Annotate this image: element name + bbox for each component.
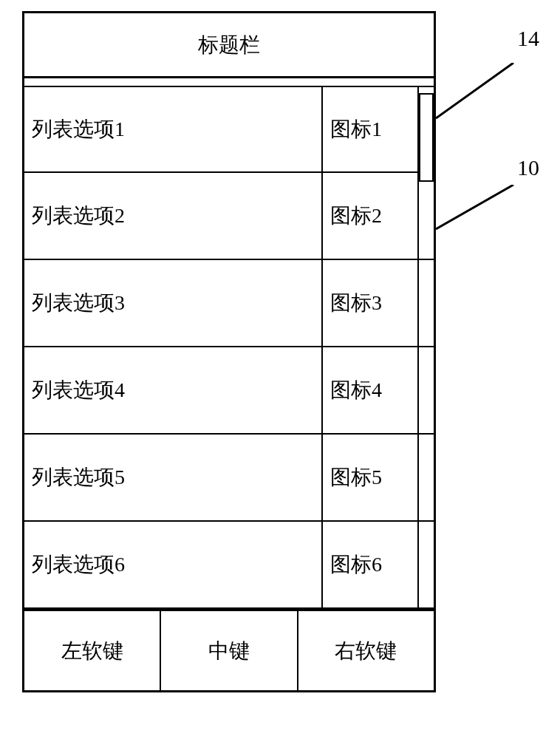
callout-label-10: 10 bbox=[517, 155, 539, 180]
list-item-icon: 图标5 bbox=[323, 435, 419, 520]
list-item[interactable]: 列表选项2 图标2 bbox=[24, 173, 434, 260]
list-area: 列表选项1 图标1 列表选项2 图标2 列表选项3 图标3 列表选项4 图标4 … bbox=[24, 86, 434, 609]
list-item[interactable]: 列表选项6 图标6 bbox=[24, 522, 434, 609]
list-item-label: 列表选项2 bbox=[24, 173, 323, 259]
list-item-label: 列表选项4 bbox=[24, 347, 323, 433]
list-item-icon: 图标1 bbox=[323, 87, 419, 171]
phone-ui-frame: 标题栏 列表选项1 图标1 列表选项2 图标2 列表选项3 图标3 列表选项4 … bbox=[22, 11, 436, 692]
title-bar: 标题栏 bbox=[24, 13, 434, 78]
callout-line-icon bbox=[436, 185, 525, 251]
callout-label-14: 14 bbox=[517, 26, 539, 51]
title-text: 标题栏 bbox=[198, 31, 260, 59]
list-item-icon: 图标6 bbox=[323, 522, 419, 607]
list-item-icon: 图标4 bbox=[323, 347, 419, 433]
center-softkey[interactable]: 中键 bbox=[161, 611, 298, 690]
center-softkey-label: 中键 bbox=[208, 637, 250, 665]
callout-line-icon bbox=[436, 63, 525, 129]
svg-line-1 bbox=[436, 185, 513, 229]
svg-line-0 bbox=[436, 63, 513, 118]
right-softkey-label: 右软键 bbox=[335, 637, 397, 665]
list-item[interactable]: 列表选项5 图标5 bbox=[24, 435, 434, 522]
list-item-icon: 图标3 bbox=[323, 260, 419, 346]
list-item-label: 列表选项5 bbox=[24, 435, 323, 520]
list-item-label: 列表选项3 bbox=[24, 260, 323, 346]
scrollbar-thumb[interactable] bbox=[419, 93, 434, 182]
list-item-icon: 图标2 bbox=[323, 173, 419, 259]
right-softkey[interactable]: 右软键 bbox=[298, 611, 434, 690]
list-item[interactable]: 列表选项1 图标1 bbox=[24, 86, 434, 173]
list-item-label: 列表选项6 bbox=[24, 522, 323, 607]
left-softkey-label: 左软键 bbox=[61, 637, 123, 665]
list-item[interactable]: 列表选项4 图标4 bbox=[24, 347, 434, 435]
softkey-bar: 左软键 中键 右软键 bbox=[24, 609, 434, 690]
list-item-label: 列表选项1 bbox=[24, 87, 323, 171]
list-item[interactable]: 列表选项3 图标3 bbox=[24, 260, 434, 347]
left-softkey[interactable]: 左软键 bbox=[24, 611, 161, 690]
